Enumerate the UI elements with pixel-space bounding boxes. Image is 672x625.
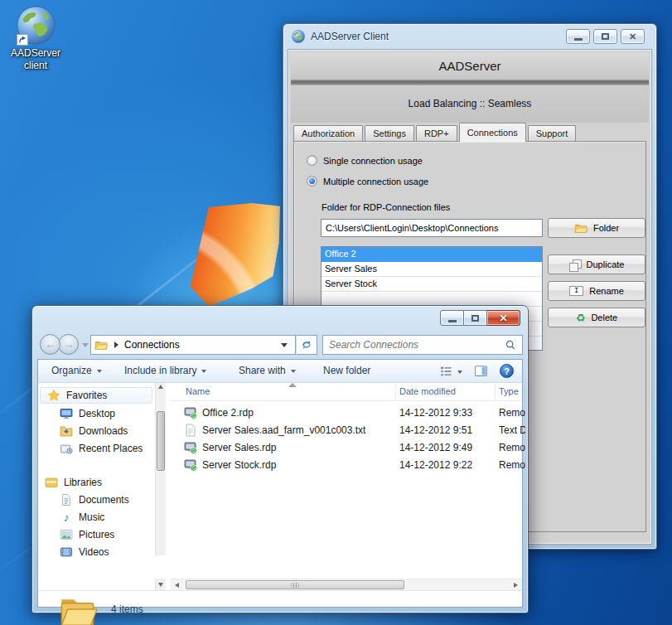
duplicate-button[interactable]: Duplicate [548,254,645,274]
folder-icon [58,594,97,625]
maximize-button[interactable] [464,310,487,326]
radio-single-label: Single connection usage [323,156,423,166]
globe-icon [17,6,56,45]
scroll-right-icon [514,583,518,588]
explorer-window: ✕ ← → Connections [31,305,529,613]
list-item-office2[interactable]: Office 2 [321,247,542,262]
tab-rdp-plus[interactable]: RDP+ [416,125,457,141]
sidebar-item-favorites[interactable]: Favorites [40,387,152,404]
file-row-server-sales-txt[interactable]: Server Sales.aad_farm_v001c003.txt 14-12… [171,422,522,439]
recent-pages-chevron-icon[interactable] [82,343,89,347]
breadcrumb-arrow-icon[interactable] [114,342,118,348]
include-in-library-menu[interactable]: Include in library [124,365,206,376]
chevron-down-icon [457,371,462,374]
close-button[interactable]: ✕ [487,310,520,326]
sidebar-item-downloads[interactable]: Downloads [38,423,155,439]
monitor-icon [60,407,73,420]
file-row-office2-rdp[interactable]: Office 2.rdp 14-12-2012 9:33 Remo [171,405,522,422]
search-box[interactable] [322,335,523,355]
change-view-button[interactable] [439,365,462,378]
column-divider[interactable] [395,384,396,400]
help-button[interactable]: ? [500,364,514,378]
preview-pane-button[interactable] [474,364,488,378]
chevron-down-icon [291,370,296,373]
downloads-folder-icon [60,424,73,438]
sidebar-item-libraries[interactable]: Libraries [38,474,155,491]
scroll-down-icon [158,583,163,587]
command-toolbar: Organize Include in library Share with N… [38,360,522,383]
radio-multiple-connection[interactable]: Multiple connection usage [307,176,428,187]
duplicate-icon [569,259,581,270]
radio-unchecked-icon[interactable] [307,155,317,166]
desktop-shortcut-aadserver-client[interactable]: AADServer client [4,6,67,72]
navigation-pane: Favorites Desktop [38,383,155,555]
close-icon: ✕ [499,313,507,323]
rdp-file-icon [184,458,197,472]
column-header-type[interactable]: Type [499,386,519,396]
rdp-file-icon [184,406,197,419]
delete-button[interactable]: ♻ Delete [548,308,645,327]
file-row-server-sales-rdp[interactable]: Server Sales.rdp 14-12-2012 9:49 Remo [171,439,522,457]
address-bar[interactable]: Connections [90,335,296,355]
video-filmstrip-icon [60,545,73,559]
search-input[interactable] [329,339,505,351]
client-window-titlebar[interactable]: AADServer Client ✕ [283,24,656,49]
star-icon [47,389,60,402]
file-row-server-stock-rdp[interactable]: Server Stock.rdp 14-12-2012 9:22 Remo [171,457,522,474]
tagline: Load Balancing :: Seamless [291,85,649,123]
tab-support[interactable]: Support [528,125,577,141]
list-item-server-stock[interactable]: Server Stock [321,277,542,292]
music-note-icon: ♪ [60,511,73,524]
search-icon [505,339,516,351]
breadcrumb-location[interactable]: Connections [124,339,281,351]
sidebar-scrollbar[interactable] [155,383,166,555]
close-button[interactable]: ✕ [621,29,645,44]
sidebar-item-music[interactable]: ♪ Music [38,509,155,526]
maximize-button[interactable] [593,29,617,44]
document-icon [60,493,73,506]
maximize-icon [471,315,479,322]
picture-icon [60,528,73,541]
rdp-folder-path-input[interactable] [321,219,543,237]
minimize-button[interactable] [440,310,464,326]
navigation-bar: ← → Connections [32,331,528,359]
column-header-name[interactable]: Name [186,386,210,396]
radio-single-connection[interactable]: Single connection usage [307,155,423,166]
forward-button[interactable]: → [58,334,79,355]
status-item-count: 4 items [111,603,143,615]
scroll-up-icon[interactable] [158,385,163,389]
sidebar-item-desktop[interactable]: Desktop [38,405,155,422]
column-divider[interactable] [495,384,496,400]
chevron-down-icon [201,370,206,373]
minimize-button[interactable] [566,29,590,44]
scrollbar-thumb[interactable] [157,411,165,471]
sidebar-item-documents[interactable]: Documents [38,492,155,508]
tab-settings[interactable]: Settings [365,125,414,141]
back-button[interactable]: ← [40,334,60,355]
close-icon: ✕ [629,32,636,41]
organize-menu[interactable]: Organize [51,365,102,376]
views-icon [439,365,452,378]
horizontal-scrollbar[interactable] [171,579,522,590]
sidebar-item-recent-places[interactable]: Recent Places [38,440,155,457]
tab-connections[interactable]: Connections [459,123,526,142]
rename-icon: I [569,286,583,296]
tab-authorization[interactable]: Authorization [293,125,363,141]
sidebar-scroll-down-button[interactable] [155,579,166,590]
share-with-menu[interactable]: Share with [239,365,296,376]
radio-checked-icon[interactable] [307,176,317,187]
sidebar-item-pictures[interactable]: Pictures [38,526,155,543]
windows-logo-flare [178,203,280,308]
scroll-left-button[interactable] [171,579,183,591]
new-folder-button[interactable]: New folder [323,365,370,376]
rename-button[interactable]: I Rename [548,281,645,301]
address-dropdown-icon[interactable] [281,343,288,347]
list-item-server-sales[interactable]: Server Sales [321,262,542,277]
scroll-right-button[interactable] [510,579,522,591]
sidebar-item-videos[interactable]: Videos [38,544,155,560]
horizontal-scrollbar-thumb[interactable] [186,580,404,589]
refresh-button[interactable] [296,335,317,355]
brand-header: AADServer [291,52,649,80]
column-header-date-modified[interactable]: Date modified [399,386,456,396]
folder-button[interactable]: Folder [548,218,645,238]
